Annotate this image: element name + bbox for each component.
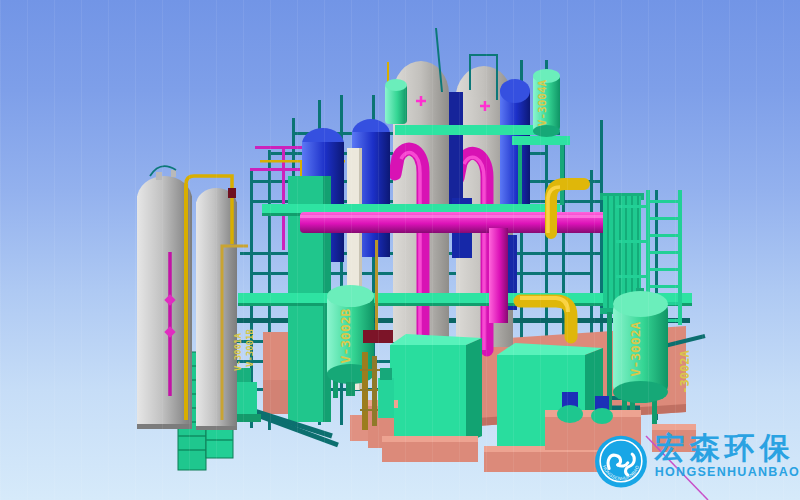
pump-body bbox=[378, 378, 394, 418]
v3004a-deck bbox=[512, 136, 570, 145]
maroon-valve-cluster bbox=[363, 330, 393, 343]
label-v3004a: V-3004A bbox=[536, 79, 549, 126]
storage-tank-a bbox=[137, 196, 192, 428]
label-3002a-floating: -3002A bbox=[678, 350, 692, 394]
pump-body bbox=[557, 405, 583, 423]
label-v3002b: V-3002B bbox=[338, 308, 353, 363]
label-v3001b: V-3001B bbox=[245, 328, 255, 367]
company-name-cn: 宏森环保 bbox=[655, 432, 800, 464]
magenta-drop-pipe bbox=[489, 228, 508, 323]
pump-body bbox=[591, 408, 613, 424]
upper-deck bbox=[395, 125, 540, 135]
label-v3002a: V-3002A bbox=[628, 321, 643, 376]
plant-3d-render: V-3004A V-3002B V-3002A -3002A V-3001A V… bbox=[0, 0, 800, 500]
logo-mark: HONGSENHUANBAO bbox=[594, 424, 649, 500]
logo-text-block: 宏森环保 HONGSENHUANBAO bbox=[655, 432, 800, 479]
maroon-valve bbox=[228, 188, 236, 198]
company-name-en: HONGSENHUANBAO bbox=[655, 465, 800, 479]
label-v3001a: V-3001A bbox=[233, 332, 243, 371]
company-logo: HONGSENHUANBAO 宏森环保 HONGSENHUANBAO bbox=[594, 424, 800, 500]
green-box bbox=[390, 345, 466, 443]
